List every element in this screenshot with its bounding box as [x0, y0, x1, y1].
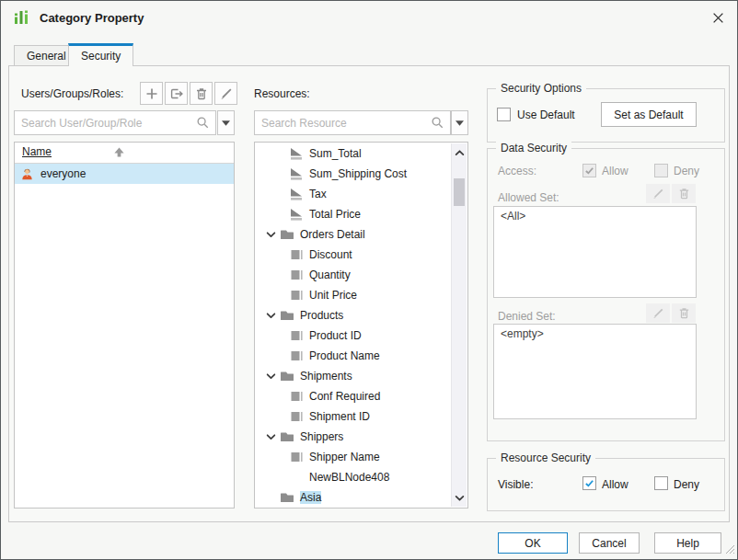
visible-allow-checkbox[interactable]: [582, 476, 596, 490]
pencil-icon: [652, 306, 665, 320]
search-icon: [196, 116, 210, 130]
tree-item[interactable]: Discount: [256, 245, 451, 265]
chevron-down-icon[interactable]: [265, 311, 276, 321]
tree-item-label: Shipments: [300, 370, 352, 383]
tree-item[interactable]: Asia: [256, 487, 451, 507]
visible-deny-checkbox[interactable]: [654, 476, 668, 490]
user-name: everyone: [40, 167, 86, 180]
user-search-input[interactable]: [15, 117, 196, 130]
trash-icon: [194, 86, 209, 101]
category-property-dialog: Category Property General Security Users…: [0, 0, 738, 560]
column-icon: [289, 389, 304, 404]
summary-icon: [289, 187, 304, 201]
tree-item[interactable]: Sum_Shipping Cost: [256, 164, 451, 184]
folder-icon: [280, 369, 294, 383]
tree-item[interactable]: Sum_Total: [256, 143, 451, 164]
tree-item-label: NewBLNode408: [309, 471, 389, 484]
tree-item[interactable]: Product Name: [256, 346, 451, 366]
users-groups-roles-label: Users/Groups/Roles:: [21, 87, 123, 100]
tree-item[interactable]: Shippers: [256, 427, 451, 447]
user-row[interactable]: everyone: [15, 164, 234, 184]
user-search-box: [14, 110, 216, 135]
user-search-dropdown-button[interactable]: [217, 110, 235, 135]
chevron-down-icon[interactable]: [265, 371, 276, 382]
caret-down-icon: [455, 120, 464, 126]
tree-item-label: Conf Required: [309, 390, 380, 403]
add-user-button[interactable]: [140, 82, 163, 105]
tree-item-label: Product Name: [309, 349, 380, 362]
user-icon: [20, 167, 34, 181]
tree-item-label: Shipment ID: [309, 410, 370, 423]
tree-item[interactable]: Orders Detail: [256, 224, 451, 245]
denied-set-edit-button[interactable]: [646, 303, 670, 323]
column-icon: [289, 268, 304, 282]
users-list-header[interactable]: Name: [15, 143, 234, 164]
denied-set-delete-button[interactable]: [672, 303, 696, 323]
sort-ascending-icon[interactable]: [113, 146, 125, 161]
visible-label: Visible:: [498, 478, 533, 491]
chevron-down-icon: [266, 230, 276, 240]
tree-item[interactable]: Unit Price: [256, 285, 451, 305]
chevron-down-icon[interactable]: [265, 432, 276, 442]
tab-security[interactable]: Security: [68, 43, 133, 66]
denied-set-box[interactable]: <empty>: [493, 324, 697, 419]
users-list: Name everyone: [14, 142, 235, 509]
allowed-set-box[interactable]: <All>: [493, 206, 697, 298]
allowed-set-delete-button[interactable]: [672, 184, 696, 203]
tree-item-label: Tax: [309, 188, 327, 200]
folder-icon: [280, 429, 294, 444]
set-as-default-button[interactable]: Set as Default: [601, 102, 697, 127]
tree-item[interactable]: Total Price: [256, 204, 451, 224]
access-deny-checkbox[interactable]: [654, 164, 668, 177]
cancel-button[interactable]: Cancel: [579, 532, 640, 554]
sum-icon: [289, 146, 304, 161]
tab-security-label: Security: [81, 50, 121, 63]
summary-icon: [289, 146, 304, 161]
tree-item[interactable]: Shipper Name: [256, 447, 451, 467]
column-icon: [289, 328, 304, 343]
name-column-header[interactable]: Name: [22, 145, 52, 158]
tree-item[interactable]: Tax: [256, 184, 451, 204]
chevron-down-icon[interactable]: [265, 230, 276, 240]
resource-security-title: Resource Security: [496, 451, 595, 464]
sum-icon: [289, 187, 304, 201]
chevron-down-icon: [266, 311, 276, 321]
export-user-button[interactable]: [165, 82, 188, 105]
tree-item-label: Total Price: [309, 208, 361, 221]
folder-icon: [280, 490, 294, 505]
delete-user-button[interactable]: [190, 82, 213, 105]
tree-item-label: Unit Price: [309, 289, 357, 302]
tree-item[interactable]: Shipment ID: [256, 406, 451, 427]
tree-item[interactable]: Shipments: [256, 366, 451, 386]
use-default-checkbox[interactable]: [497, 108, 511, 121]
ok-button[interactable]: OK: [498, 532, 568, 554]
resource-search-input[interactable]: [255, 117, 431, 130]
access-allow-label: Allow: [602, 165, 628, 177]
folder-icon: [280, 227, 294, 242]
allowed-set-edit-button[interactable]: [646, 184, 670, 203]
tree-item[interactable]: Quantity: [256, 265, 451, 285]
use-default-label: Use Default: [517, 109, 575, 121]
help-button[interactable]: Help: [654, 532, 721, 554]
access-allow-checkbox[interactable]: [582, 164, 596, 177]
column-icon: [289, 450, 304, 464]
column-icon: [289, 288, 304, 303]
tree-item[interactable]: Product ID: [256, 326, 451, 346]
tree-item[interactable]: Conf Required: [256, 386, 451, 406]
resource-search-dropdown-button[interactable]: [451, 110, 468, 135]
column-icon: [289, 247, 304, 262]
resize-grip[interactable]: [724, 543, 735, 557]
column-icon: [289, 409, 304, 424]
edit-user-button[interactable]: [214, 82, 237, 105]
tree-item-label: Sum_Shipping Cost: [309, 167, 407, 180]
tree-item[interactable]: Products: [256, 305, 451, 326]
scroll-up-icon[interactable]: [452, 145, 467, 160]
tree-scrollbar[interactable]: [451, 143, 467, 507]
close-icon[interactable]: [709, 9, 727, 26]
visible-allow-label: Allow: [602, 478, 628, 491]
scrollbar-thumb[interactable]: [454, 178, 465, 206]
tree-item[interactable]: NewBLNode408: [256, 467, 451, 487]
tab-general-label: General: [27, 50, 66, 63]
scroll-down-icon[interactable]: [452, 490, 467, 505]
resource-tree-rows: Sum_TotalSum_Shipping CostTaxTotal Price…: [256, 143, 451, 507]
